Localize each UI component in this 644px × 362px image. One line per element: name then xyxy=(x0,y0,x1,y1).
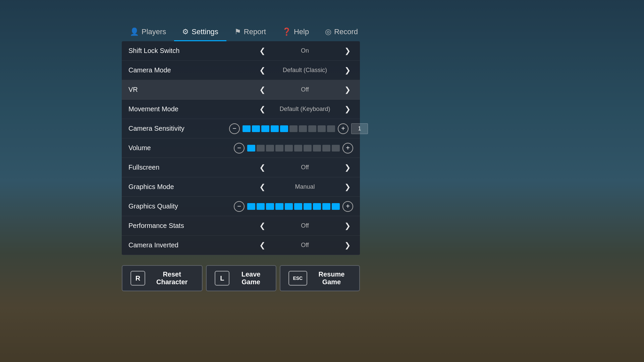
players-icon: 👤 xyxy=(130,27,139,36)
camera-mode-right[interactable]: ❯ xyxy=(342,65,353,76)
sensitivity-plus[interactable]: + xyxy=(338,123,348,134)
tabs-bar: 👤 Players ⚙ Settings ⚑ Report ❓ Help ◎ R… xyxy=(122,23,360,41)
cam-inv-control: ❮ Off ❯ xyxy=(229,240,353,251)
vol-bar-5 xyxy=(285,145,293,152)
setting-camera-mode: Camera Mode ❮ Default (Classic) ❯ xyxy=(122,61,360,80)
vr-control: ❮ Off ❯ xyxy=(229,84,353,96)
camera-sensitivity-slider: − + xyxy=(229,123,368,134)
movement-right[interactable]: ❯ xyxy=(342,104,353,115)
volume-minus[interactable]: − xyxy=(234,143,245,154)
gq-plus[interactable]: + xyxy=(342,201,353,212)
graphics-mode-control: ❮ Manual ❯ xyxy=(229,181,353,193)
vol-bar-4 xyxy=(275,145,283,152)
volume-slider: − + xyxy=(229,143,353,154)
vol-bar-6 xyxy=(294,145,302,152)
gq-bars xyxy=(247,203,340,210)
shift-lock-right[interactable]: ❯ xyxy=(342,45,353,57)
bar-4 xyxy=(271,125,279,132)
perf-left[interactable]: ❮ xyxy=(257,220,268,232)
movement-left[interactable]: ❮ xyxy=(257,104,268,115)
setting-performance-stats: Performance Stats ❮ Off ❯ xyxy=(122,216,360,236)
gq-bar-3 xyxy=(266,203,274,210)
gq-bar-8 xyxy=(313,203,321,210)
resume-label: Resume Game xyxy=(312,270,351,286)
setting-shift-lock: Shift Lock Switch ❮ On ❯ xyxy=(122,41,360,61)
gq-bar-10 xyxy=(332,203,340,210)
perf-right[interactable]: ❯ xyxy=(342,220,353,232)
leave-label: Leave Game xyxy=(234,270,268,286)
graphics-quality-slider: − + xyxy=(229,201,353,212)
bar-8 xyxy=(308,125,316,132)
vol-bar-9 xyxy=(322,145,330,152)
report-icon: ⚑ xyxy=(234,27,241,36)
tab-report[interactable]: ⚑ Report xyxy=(226,23,274,41)
gq-bar-4 xyxy=(275,203,283,210)
camera-mode-left[interactable]: ❮ xyxy=(257,65,268,76)
gq-bar-1 xyxy=(247,203,255,210)
shift-lock-control: ❮ On ❯ xyxy=(229,45,353,57)
graphics-mode-left[interactable]: ❮ xyxy=(257,181,268,193)
reset-label: Reset Character xyxy=(150,270,194,286)
bar-10 xyxy=(327,125,335,132)
fullscreen-right[interactable]: ❯ xyxy=(342,162,353,173)
setting-graphics-mode: Graphics Mode ❮ Manual ❯ xyxy=(122,177,360,197)
graphics-mode-right[interactable]: ❯ xyxy=(342,181,353,193)
sensitivity-minus[interactable]: − xyxy=(229,123,240,134)
setting-graphics-quality: Graphics Quality − + xyxy=(122,197,360,216)
bar-5 xyxy=(280,125,288,132)
vr-right[interactable]: ❯ xyxy=(342,84,353,96)
volume-plus[interactable]: + xyxy=(342,143,353,154)
reset-character-button[interactable]: R Reset Character xyxy=(122,265,203,291)
tab-players[interactable]: 👤 Players xyxy=(122,23,174,41)
cam-inv-left[interactable]: ❮ xyxy=(257,240,268,251)
bar-7 xyxy=(299,125,307,132)
gq-minus[interactable]: − xyxy=(234,201,245,212)
resume-key-badge: ESC xyxy=(288,271,307,286)
tab-settings[interactable]: ⚙ Settings xyxy=(174,23,226,41)
setting-camera-inverted: Camera Inverted ❮ Off ❯ xyxy=(122,236,360,255)
fullscreen-left[interactable]: ❮ xyxy=(257,162,268,173)
bar-3 xyxy=(261,125,269,132)
movement-mode-control: ❮ Default (Keyboard) ❯ xyxy=(229,104,353,115)
gq-bar-9 xyxy=(322,203,330,210)
vol-bar-10 xyxy=(332,145,340,152)
help-icon: ❓ xyxy=(282,27,291,36)
fullscreen-control: ❮ Off ❯ xyxy=(229,162,353,173)
bar-2 xyxy=(252,125,260,132)
volume-bars xyxy=(247,145,340,152)
bottom-buttons: R Reset Character L Leave Game ESC Resum… xyxy=(122,265,360,291)
vol-bar-3 xyxy=(266,145,274,152)
gq-bar-5 xyxy=(285,203,293,210)
gq-bar-2 xyxy=(257,203,265,210)
bar-1 xyxy=(243,125,251,132)
setting-camera-sensitivity: Camera Sensitivity − + xyxy=(122,119,360,138)
sensitivity-bars xyxy=(243,125,335,132)
vol-bar-1 xyxy=(247,145,255,152)
tab-record[interactable]: ◎ Record xyxy=(317,23,366,41)
setting-volume: Volume − + xyxy=(122,138,360,158)
setting-vr: VR ❮ Off ❯ xyxy=(122,80,360,100)
reset-key-badge: R xyxy=(130,271,145,286)
vol-bar-2 xyxy=(257,145,265,152)
resume-game-button[interactable]: ESC Resume Game xyxy=(280,265,360,291)
vol-bar-8 xyxy=(313,145,321,152)
leave-key-badge: L xyxy=(215,271,229,286)
camera-mode-control: ❮ Default (Classic) ❯ xyxy=(229,65,353,76)
menu-panel: 👤 Players ⚙ Settings ⚑ Report ❓ Help ◎ R… xyxy=(122,23,360,291)
cam-inv-right[interactable]: ❯ xyxy=(342,240,353,251)
setting-movement-mode: Movement Mode ❮ Default (Keyboard) ❯ xyxy=(122,100,360,119)
vr-left[interactable]: ❮ xyxy=(257,84,268,96)
setting-fullscreen: Fullscreen ❮ Off ❯ xyxy=(122,158,360,177)
shift-lock-left[interactable]: ❮ xyxy=(257,45,268,57)
settings-list: Shift Lock Switch ❮ On ❯ Camera Mode ❮ D… xyxy=(122,41,360,255)
sensitivity-input[interactable] xyxy=(351,123,368,134)
gq-bar-7 xyxy=(304,203,312,210)
bar-9 xyxy=(318,125,326,132)
perf-stats-control: ❮ Off ❯ xyxy=(229,220,353,232)
bar-6 xyxy=(289,125,298,132)
vol-bar-7 xyxy=(304,145,312,152)
settings-icon: ⚙ xyxy=(182,27,189,36)
gq-bar-6 xyxy=(294,203,302,210)
leave-game-button[interactable]: L Leave Game xyxy=(206,265,276,291)
tab-help[interactable]: ❓ Help xyxy=(274,23,317,41)
